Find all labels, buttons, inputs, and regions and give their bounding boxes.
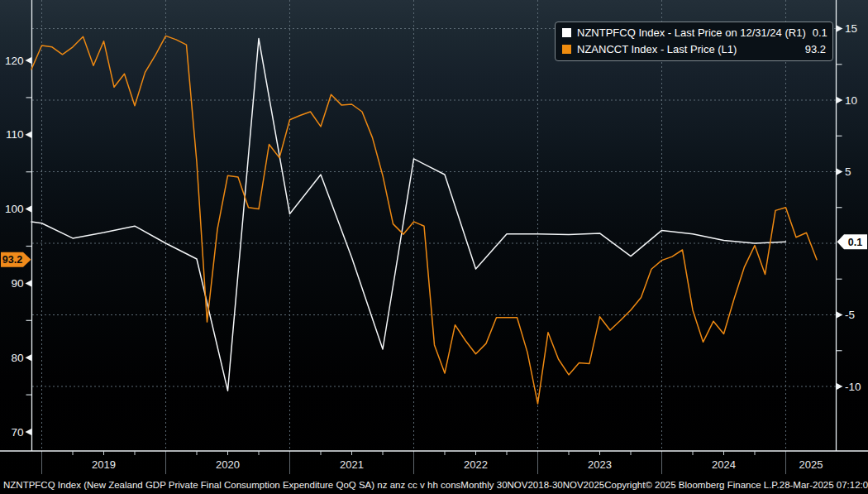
year-label: 2022 (464, 458, 488, 471)
left-tick-label: 70 (11, 426, 23, 439)
year-label: 2024 (712, 458, 736, 471)
series-orange-line (31, 36, 817, 404)
series-white-line (31, 39, 786, 391)
horizontal-gridlines (32, 29, 836, 387)
year-label: 2025 (799, 458, 823, 471)
left-axis-price-tag: 93.2 (1, 252, 31, 267)
left-tick-label: 100 (5, 203, 24, 215)
left-tick-label: 80 (11, 352, 23, 364)
status-copyright: Copyright© 2025 Bloomberg Finance L.P. (604, 480, 780, 490)
chart-canvas[interactable]: 120 110 100 90 80 70 15 10 5 -5 -10 (0, 0, 868, 476)
left-tick-label: 110 (6, 128, 24, 141)
right-tick-label: 5 (845, 165, 851, 178)
status-timestamp: 28-Mar-2025 07:12:09 (780, 480, 868, 490)
legend-item-nzntpfcq[interactable]: NZNTPFCQ Index - Last Price on 12/31/24 … (562, 25, 826, 41)
legend-label: NZANCCT Index - Last Price (L1) (577, 43, 799, 55)
status-bar: NZNTPFCQ Index (New Zealand GDP Private … (0, 476, 868, 494)
right-tick-label: 10 (845, 94, 857, 107)
status-periodicity: Monthly 30NOV2018-30NOV2025 (460, 480, 604, 490)
left-tick-label: 120 (5, 55, 24, 67)
year-label: 2021 (340, 458, 364, 471)
vertical-gridlines (42, 0, 786, 450)
year-label: 2023 (588, 458, 612, 471)
left-tag-value: 93.2 (2, 254, 22, 266)
year-separators (42, 452, 786, 474)
legend-item-nzancct[interactable]: NZANCCT Index - Last Price (L1) 93.2 (562, 41, 826, 57)
right-tick-label: 15 (845, 22, 857, 35)
legend[interactable]: NZNTPFCQ Index - Last Price on 12/31/24 … (555, 22, 833, 61)
right-tick-label: -5 (845, 309, 855, 321)
year-label: 2019 (92, 458, 116, 471)
year-label: 2020 (216, 458, 240, 471)
legend-value: 0.1 (806, 26, 827, 39)
left-axis-minor-ticks (26, 98, 32, 395)
legend-value: 93.2 (799, 43, 826, 55)
series-swatch-white-icon (562, 28, 571, 37)
right-tick-label: -10 (845, 381, 861, 393)
right-axis-price-tag: 0.1 (837, 234, 868, 249)
status-description: NZNTPFCQ Index (New Zealand GDP Private … (3, 480, 460, 490)
left-tick-label: 90 (11, 277, 23, 290)
year-labels: 2019 2020 2021 2022 2023 2024 2025 (92, 458, 823, 471)
right-axis-minor-ticks (837, 65, 842, 351)
right-tag-value: 0.1 (848, 237, 862, 248)
legend-label: NZNTPFCQ Index - Last Price on 12/31/24 … (577, 26, 806, 39)
series-swatch-orange-icon (562, 45, 571, 54)
